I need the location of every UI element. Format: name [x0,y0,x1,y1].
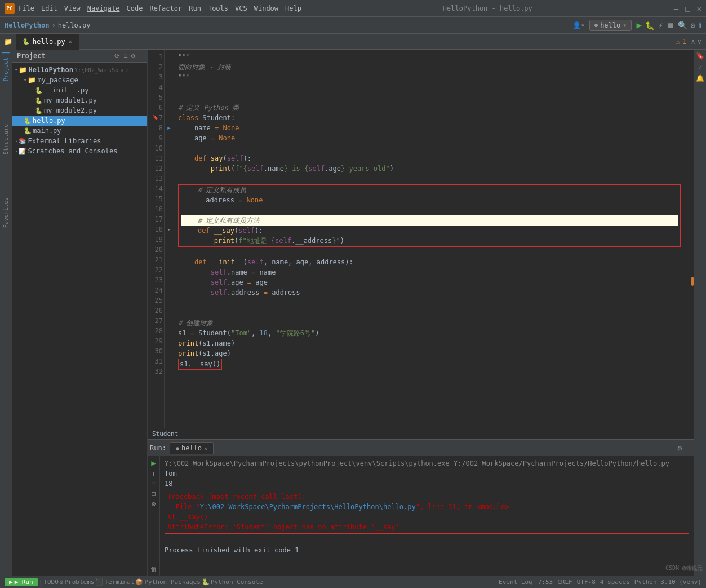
tree-item-module2[interactable]: 🐍 my_module2.py [12,105,147,116]
file-tab-label: hello.py [33,38,65,46]
console-error-attr: AttributeError: 'Student' object has no … [167,522,686,532]
debug-button[interactable]: 🐛 [645,21,655,30]
tree-item-module1[interactable]: 🐍 my_module1.py [12,95,147,105]
run-play-button[interactable]: ▶ [636,20,642,30]
menu-tools[interactable]: Tools [208,5,228,12]
tree-item-scratches[interactable]: › 📝 Scratches and Consoles [12,146,147,156]
problems-status[interactable]: Problems [65,578,95,586]
user-icon[interactable]: 👤▾ [572,21,585,29]
structure-tab-vertical[interactable]: Structure [2,120,10,159]
maximize-button[interactable]: □ [685,4,690,13]
todo-icon[interactable]: ✓ [698,63,702,71]
title-bar: PC File Edit View Navigate Code Refactor… [0,0,706,17]
todo-status[interactable]: TODO [43,578,59,586]
project-sidebar-toggle[interactable]: 📁 [0,34,16,50]
menu-edit[interactable]: Edit [41,5,57,12]
menu-file[interactable]: File [18,5,34,12]
status-indent[interactable]: 4 spaces [600,578,630,586]
code-line-18: def __say(self): [181,226,678,236]
settings-button[interactable]: ⚙ [691,21,695,30]
run-tab-close[interactable]: ✕ [204,445,207,452]
minimize-button[interactable]: — [674,4,678,13]
sort-icon[interactable]: ≡ [123,52,127,60]
bookmark-icon[interactable]: 🔖 [696,52,704,60]
tree-item-my-package[interactable]: ▾ 📁 my_package [12,75,147,85]
code-line-20 [178,247,681,257]
code-line-27: # 创建对象 [178,318,681,328]
code-line-30: print(s1.age) [178,348,681,359]
status-encoding[interactable]: UTF-8 [577,578,596,586]
status-bar: ▶ ▶ Run | TODO ⊠ Problems ⬛ Terminal 📦 P… [0,576,706,588]
python-console-icon: 🐍 [202,578,210,586]
file-icon-module1: 🐍 [35,97,43,104]
menu-code[interactable]: Code [127,5,143,12]
run-status-button[interactable]: ▶ ▶ Run [5,578,38,586]
code-line-21: def __init__(self, name, age, address): [178,257,681,267]
sync-icon[interactable]: ⟳ [114,52,120,60]
menu-run[interactable]: Run [189,5,201,12]
scroll-to-end-button[interactable]: ↓ [152,470,156,478]
python-console-status[interactable]: Python Console [211,578,263,586]
notification-icon[interactable]: 🔔 [696,74,704,82]
app-icon: PC [5,3,15,14]
run-panel-settings[interactable]: ⚙ [677,444,682,453]
project-tab-vertical[interactable]: Project [2,52,10,86]
problems-icon: ⊠ [60,578,64,586]
status-linesep[interactable]: CRLF [557,578,572,586]
event-log-status[interactable]: Event Log [499,578,532,586]
menu-vcs[interactable]: VCS [235,5,247,12]
line-numbers: 12345 6 🔖7 8910111213 14151617181920 212… [148,50,165,428]
file-tabs-row: 📁 🐍 hello.py ✕ ⚠ 1 ∧ ∨ [0,34,706,50]
editor-scrollbar[interactable] [686,50,694,428]
file-tab-close[interactable]: ✕ [69,38,72,45]
run-config[interactable]: ● hello ▾ [589,20,632,31]
code-line-3: """ [178,72,681,82]
terminal-status[interactable]: Terminal [104,578,134,586]
panel-minimize-icon[interactable]: — [139,52,143,60]
run-tab-icon: ● [176,445,179,452]
run-panel-tabs: Run: ● hello ✕ ⚙ — [148,440,694,456]
rerun-button[interactable]: ▶ [151,458,156,467]
favorites-tab-vertical[interactable]: Favorites [2,193,10,232]
filter-icon[interactable]: ⚙ [131,52,135,60]
navigate-down-icon[interactable]: ∨ [698,38,701,46]
code-text[interactable]: """ 面向对象 - 封装 """ # 定义 Python 类 class St… [174,50,686,428]
tree-item-root[interactable]: ▾ 📁 HelloPython Y:\002_WorkSpace [12,65,147,75]
tree-item-hello[interactable]: 🐍 hello.py [12,116,147,126]
code-line-14: # 定义私有成员 [181,185,678,195]
code-line-1: """ [178,52,681,62]
print-button[interactable]: ≡ [152,480,156,488]
settings-run-button[interactable]: ⚙ [152,500,156,508]
console-error-call: sl.__say() [167,512,686,522]
file-tab-hello[interactable]: 🐍 hello.py ✕ [16,34,79,50]
project-panel-title: Project [17,52,46,60]
menu-refactor[interactable]: Refactor [149,5,182,12]
menu-view[interactable]: View [64,5,81,12]
tree-item-init[interactable]: 🐍 __init__.py [12,85,147,95]
close-button[interactable]: ✕ [697,4,701,13]
stop-button[interactable]: ⏹ [667,21,674,30]
module2-label: my_module2.py [44,107,97,114]
navigate-up-icon[interactable]: ∧ [691,38,695,46]
close-run-button[interactable]: 🗑 [150,565,157,573]
code-line-26 [178,308,681,318]
code-editor[interactable]: 12345 6 🔖7 8910111213 14151617181920 212… [148,50,694,428]
menu-navigate[interactable]: Navigate [87,5,120,12]
scratches-label: Scratches and Consoles [28,147,117,155]
python-packages-status[interactable]: Python Packages [144,578,200,586]
project-panel-header: Project ⟳ ≡ ⚙ — [12,50,147,63]
tree-item-main[interactable]: 🐍 main.py [12,126,147,136]
chevron-right-icon-2: › [15,148,17,154]
filter-button[interactable]: ⊟ [152,490,156,498]
menu-help[interactable]: Help [285,5,301,12]
run-panel-minimize[interactable]: — [685,444,689,453]
code-line-6: # 定义 Python 类 [178,103,681,113]
run-with-coverage[interactable]: ⚡ [658,21,663,30]
menu-window[interactable]: Window [254,5,278,12]
code-line-19: print(f"地址是 {self.__address}") [181,236,678,246]
status-python[interactable]: Python 3.10 (venv) [634,578,701,586]
tree-item-ext-libs[interactable]: › 📚 External Libraries [12,136,147,146]
run-tab-hello[interactable]: ● hello ✕ [170,442,214,454]
update-button[interactable]: ℹ [699,21,701,30]
search-button[interactable]: 🔍 [678,21,687,30]
